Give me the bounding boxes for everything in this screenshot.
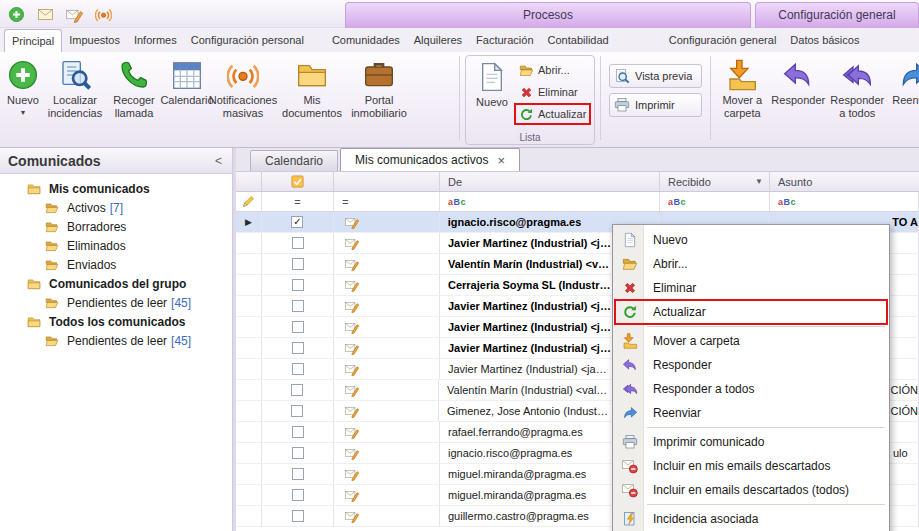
tree-item-borradores[interactable]: Borradores (0, 217, 232, 236)
row-checkbox[interactable] (292, 489, 304, 501)
tree-item-enviados[interactable]: Enviados (0, 255, 232, 274)
tab-principal[interactable]: Principal (4, 29, 62, 52)
row-checkbox[interactable] (292, 447, 304, 459)
row-checkbox[interactable] (292, 426, 304, 438)
quick-broadcast-icon[interactable] (93, 4, 113, 24)
tree-item-pendientes-de-leer-grupo[interactable]: Pendientes de leer [45] (0, 293, 232, 312)
tab-facturacion[interactable]: Facturación (469, 29, 540, 52)
preview-icon (614, 68, 630, 84)
open-folder-icon (44, 239, 61, 253)
row-checkbox[interactable] (292, 321, 304, 333)
row-checkbox[interactable] (292, 363, 304, 375)
ribbon-band-procesos: Procesos (345, 2, 751, 28)
nuevo-button[interactable]: Nuevo ▼ (2, 54, 44, 142)
tab-configuracion-personal[interactable]: Configuración personal (184, 29, 311, 52)
calendario-button[interactable]: Calendario (162, 54, 212, 142)
row-checkbox[interactable] (291, 384, 303, 396)
menu-item-incluir-en-mis-emails-descartados[interactable]: Incluir en mis emails descartados (615, 454, 887, 478)
filter-cell-asunto[interactable]: aBc (770, 192, 919, 211)
filter-cell-checkbox[interactable]: = (262, 192, 334, 211)
quick-new-icon[interactable] (6, 4, 26, 24)
quick-mail-icon[interactable] (35, 4, 55, 24)
menu-item-incluir-en-emails-descartados-todos[interactable]: Incluir en emails descartados (todos) (615, 478, 887, 502)
ribbon-separator (459, 56, 460, 140)
move-folder-icon (726, 59, 758, 91)
tab-alquileres[interactable]: Alquileres (407, 29, 469, 52)
open-folder-icon (519, 63, 534, 78)
quick-access-toolbar (6, 4, 113, 24)
portal-inmobiliario-button[interactable]: Portal inmobiliario (350, 54, 408, 142)
tab-comunidades[interactable]: Comunidades (325, 29, 407, 52)
printer-icon (614, 97, 630, 113)
folder-icon (26, 315, 43, 329)
row-checkbox[interactable] (292, 510, 304, 522)
open-folder-icon (615, 256, 644, 272)
discard-mail-icon (615, 458, 644, 474)
tree-item-eliminados[interactable]: Eliminados (0, 236, 232, 255)
row-checkbox[interactable] (292, 342, 304, 354)
quick-edit-mail-icon[interactable] (64, 4, 84, 24)
communication-edit-icon (344, 509, 360, 523)
menu-item-mover-a-carpeta[interactable]: Mover a carpeta (615, 329, 887, 353)
menu-item-actualizar[interactable]: Actualizar (615, 300, 887, 324)
responder-button[interactable]: Responder (770, 54, 826, 142)
tab-close-icon[interactable]: × (497, 150, 505, 171)
menu-item-nuevo[interactable]: Nuevo (615, 228, 887, 252)
imprimir-button[interactable]: Imprimir (609, 93, 702, 117)
sidebar-collapse-button[interactable]: < (215, 154, 222, 168)
mover-a-carpeta-button[interactable]: Mover a carpeta (714, 54, 770, 142)
menu-item-abrir[interactable]: Abrir... (615, 252, 887, 276)
filter-cell-de[interactable]: aBc (440, 192, 660, 211)
tree-item-activos[interactable]: Activos [7] (0, 198, 232, 217)
column-header-de[interactable]: De (440, 172, 660, 191)
row-checkbox[interactable] (292, 468, 304, 480)
forward-icon (898, 59, 919, 91)
tree-item-todos-los-comunicados[interactable]: Todos los comunicados (0, 312, 232, 331)
forward-icon (615, 405, 644, 421)
icon-column-header[interactable] (334, 172, 440, 191)
mis-documentos-button[interactable]: Mis documentos (274, 54, 350, 142)
tab-contabilidad[interactable]: Contabilidad (541, 29, 616, 52)
responder-a-todos-button[interactable]: Responder a todos (826, 54, 888, 142)
ribbon-tab-bar: Principal Impuestos Informes Configuraci… (0, 28, 919, 52)
tab-impuestos[interactable]: Impuestos (62, 29, 127, 52)
menu-item-reenviar[interactable]: Reenviar (615, 401, 887, 425)
notificaciones-masivas-button[interactable]: Notificaciones masivas (212, 54, 274, 142)
reply-all-icon (615, 381, 644, 397)
filter-edit-cell[interactable] (236, 192, 262, 211)
doc-tab-calendario[interactable]: Calendario (250, 150, 338, 171)
menu-item-eliminar[interactable]: Eliminar (615, 276, 887, 300)
nuevo-dropdown-caret-icon[interactable]: ▼ (20, 109, 27, 116)
nuevo-comunicado-button[interactable]: Nuevo (469, 56, 515, 144)
tree-item-comunicados-del-grupo[interactable]: Comunicados del grupo (0, 274, 232, 293)
tab-configuracion-general[interactable]: Configuración general (662, 29, 784, 52)
row-checkbox[interactable] (292, 237, 304, 249)
tab-datos-basicos[interactable]: Datos básicos (783, 29, 866, 52)
column-header-recibido[interactable]: Recibido ▼ (660, 172, 770, 191)
column-header-asunto[interactable]: Asunto (770, 172, 919, 191)
recoger-llamada-button[interactable]: Recoger llamada (106, 54, 162, 142)
select-all-column-header[interactable] (262, 172, 334, 191)
doc-tab-mis-comunicados-activos[interactable]: Mis comunicados activos × (340, 148, 520, 171)
row-checkbox[interactable] (292, 258, 304, 270)
actualizar-button[interactable]: Actualizar (515, 104, 590, 124)
row-checkbox[interactable]: ✓ (291, 216, 303, 228)
menu-item-incidencia-asociada[interactable]: Incidencia asociada (615, 507, 887, 531)
row-checkbox[interactable] (292, 279, 304, 291)
reenviar-button[interactable]: Reenviar (888, 54, 919, 142)
menu-item-responder[interactable]: Responder (615, 353, 887, 377)
row-checkbox[interactable] (291, 405, 303, 417)
eliminar-button[interactable]: Eliminar (515, 82, 590, 102)
vista-previa-button[interactable]: Vista previa (609, 64, 702, 88)
filter-cell-recibido[interactable]: aBc (660, 192, 770, 211)
tree-item-mis-comunicados[interactable]: Mis comunicados (0, 179, 232, 198)
tab-informes[interactable]: Informes (127, 29, 184, 52)
row-checkbox[interactable] (292, 300, 304, 312)
communication-edit-icon (344, 257, 360, 271)
localizar-incidencias-button[interactable]: Localizar incidencias (44, 54, 106, 142)
abrir-button[interactable]: Abrir... (515, 60, 590, 80)
filter-cell-icon[interactable]: = (334, 192, 440, 211)
menu-item-responder-a-todos[interactable]: Responder a todos (615, 377, 887, 401)
tree-item-pendientes-de-leer-todos[interactable]: Pendientes de leer [45] (0, 331, 232, 350)
menu-item-imprimir-comunicado[interactable]: Imprimir comunicado (615, 430, 887, 454)
